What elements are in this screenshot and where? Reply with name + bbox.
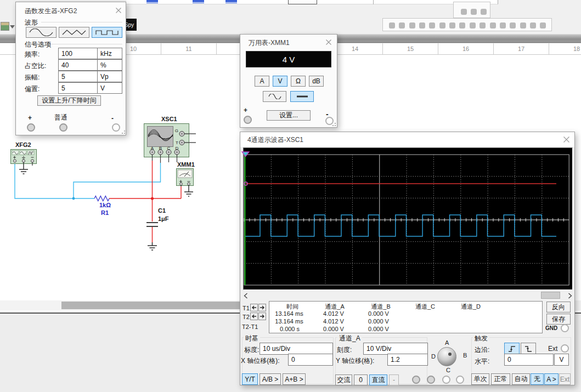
amplitude-input[interactable] xyxy=(58,71,98,82)
falling-edge-button[interactable] xyxy=(521,343,536,354)
normal-button[interactable]: 正常 xyxy=(491,373,510,385)
close-icon[interactable] xyxy=(115,7,122,14)
close-icon[interactable] xyxy=(325,39,332,46)
toolbar-button-icon[interactable] xyxy=(439,22,445,29)
none-button[interactable]: 无 xyxy=(531,373,544,385)
reverse-button[interactable]: 反向 xyxy=(546,302,571,313)
level-input[interactable] xyxy=(504,354,554,366)
ac-button[interactable]: 交流 xyxy=(335,374,352,385)
tb-scale-label: 标度: xyxy=(244,345,259,355)
save-button[interactable]: 保存 xyxy=(546,314,571,325)
channel-d-radio[interactable] xyxy=(456,376,464,384)
close-icon[interactable] xyxy=(563,136,570,143)
duty-input[interactable] xyxy=(58,59,98,71)
wire-fg-to-resistor[interactable] xyxy=(15,163,94,198)
t2-right-button[interactable] xyxy=(258,313,266,320)
rising-edge-button[interactable] xyxy=(504,343,520,354)
ab-button[interactable]: A/B > xyxy=(260,373,281,385)
plus-terminal[interactable] xyxy=(27,123,35,132)
minus-button[interactable]: - xyxy=(389,374,399,385)
frequency-input[interactable] xyxy=(58,48,98,59)
plus-terminal[interactable] xyxy=(244,116,252,124)
ground-symbol[interactable] xyxy=(148,242,157,250)
toolbar-button-icon[interactable] xyxy=(429,22,435,29)
channel-b-radio[interactable] xyxy=(427,376,435,384)
a-gt-button[interactable]: A > xyxy=(544,373,559,385)
toolbar-button-icon[interactable] xyxy=(461,9,467,15)
toolbar-button-icon[interactable] xyxy=(409,22,415,29)
auto-button[interactable]: 自动 xyxy=(512,373,530,385)
yt-button[interactable]: Y/T xyxy=(242,373,258,385)
ac-mode-button[interactable] xyxy=(263,91,286,102)
picture-icon[interactable] xyxy=(1,22,9,31)
toolbar-button-icon[interactable] xyxy=(449,22,455,29)
ext-button[interactable]: Ext xyxy=(559,373,571,385)
toolbar-button-icon[interactable] xyxy=(481,9,487,15)
ohm-mode-button[interactable]: Ω xyxy=(291,76,306,87)
t1-right-button[interactable] xyxy=(258,304,266,311)
amplitude-unit[interactable]: Vp xyxy=(97,71,122,82)
toolbar-button-icon[interactable] xyxy=(459,22,465,29)
wire-scope-b[interactable] xyxy=(74,163,161,198)
minus-terminal-label: - xyxy=(111,115,114,122)
t1-chb: 0.000 V xyxy=(368,310,389,317)
volt-mode-button[interactable]: V xyxy=(273,76,287,87)
t2-left-button[interactable] xyxy=(250,313,258,320)
common-terminal[interactable] xyxy=(59,123,67,132)
set-rise-fall-button[interactable]: 设置上升/下降时间 xyxy=(37,95,101,106)
db-mode-button[interactable]: dB xyxy=(309,76,324,87)
dialog-title: 函数发生器-XFG2 xyxy=(25,7,77,16)
resize-grip[interactable] xyxy=(331,121,336,126)
tb-xpos-input[interactable] xyxy=(288,354,333,366)
single-button[interactable]: 单次 xyxy=(471,373,489,385)
frequency-unit[interactable]: kHz xyxy=(97,48,122,59)
scroll-left-icon[interactable] xyxy=(244,293,248,299)
toolbar-button-icon[interactable] xyxy=(471,9,477,15)
channel-a-radio[interactable] xyxy=(412,376,420,384)
duty-unit[interactable]: % xyxy=(97,59,122,71)
sine-wave-button[interactable] xyxy=(26,27,57,38)
triangle-icon xyxy=(61,29,87,36)
toolbar-button-icon[interactable] xyxy=(510,22,516,29)
t1-left-button[interactable] xyxy=(250,304,258,311)
ampere-mode-button[interactable]: A xyxy=(255,76,269,87)
ch-ypos-input[interactable] xyxy=(387,354,428,366)
toolbar-button-icon[interactable] xyxy=(530,22,536,29)
zero-button[interactable]: 0 xyxy=(354,374,368,385)
settings-button[interactable]: 设置... xyxy=(267,110,311,121)
tb-scale-input[interactable] xyxy=(260,343,333,355)
xsc1-component[interactable] xyxy=(144,124,196,163)
level-unit[interactable]: V xyxy=(554,354,569,366)
knob-d-label: D xyxy=(431,353,436,360)
square-wave-button[interactable] xyxy=(92,27,122,38)
ruler-cell: 17 xyxy=(493,43,549,55)
apb-button[interactable]: A+B > xyxy=(283,373,306,385)
offset-unit[interactable]: V xyxy=(97,82,122,94)
resistor-symbol[interactable] xyxy=(94,196,109,201)
xmm1-component[interactable] xyxy=(177,169,194,197)
scroll-right-icon[interactable] xyxy=(568,293,572,299)
resize-grip[interactable] xyxy=(120,129,125,134)
toolbar-button-icon[interactable] xyxy=(399,22,405,29)
toolbar-button-icon[interactable] xyxy=(540,22,546,29)
toolbar-button-icon[interactable] xyxy=(520,22,526,29)
square-icon xyxy=(94,29,120,36)
minus-terminal[interactable] xyxy=(112,123,120,132)
channel-knob[interactable] xyxy=(437,347,456,366)
ext-terminal[interactable] xyxy=(561,344,569,353)
toolbar-button-icon[interactable] xyxy=(500,22,506,29)
offset-input[interactable] xyxy=(58,82,98,94)
dc-mode-button[interactable] xyxy=(290,91,314,102)
channel-c-radio[interactable] xyxy=(442,376,450,384)
dc-button[interactable]: 直流 xyxy=(369,374,387,385)
scope-hscroll-thumb[interactable] xyxy=(541,292,560,299)
toolbar-button-icon[interactable] xyxy=(389,22,395,29)
gnd-terminal[interactable] xyxy=(561,324,569,332)
ch-scale-input[interactable] xyxy=(363,343,428,355)
dropdown-arrow-icon[interactable] xyxy=(10,25,15,29)
toolbar-button-icon[interactable] xyxy=(490,22,496,29)
toolbar-button-icon[interactable] xyxy=(419,22,425,29)
toolbar-button-icon[interactable] xyxy=(480,22,486,29)
triangle-wave-button[interactable] xyxy=(59,27,89,38)
toolbar-button-icon[interactable] xyxy=(470,22,476,29)
